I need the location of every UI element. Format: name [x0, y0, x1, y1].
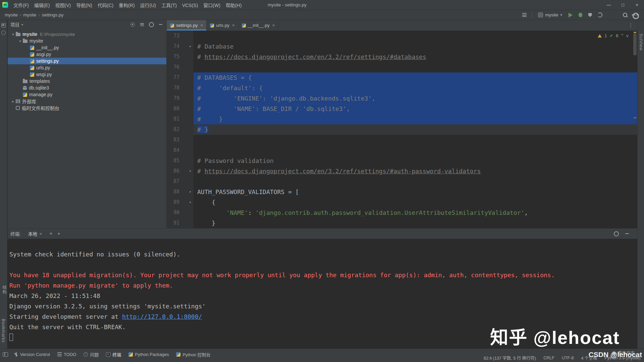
menu-item-2[interactable]: 视图(V)	[53, 2, 74, 9]
fold-icon[interactable]: ▾	[188, 187, 193, 197]
editor-tab-1[interactable]: urls.py×	[207, 20, 238, 31]
tool-windows-icon[interactable]	[521, 11, 528, 19]
menu-item-6[interactable]: 运行(U)	[138, 2, 159, 9]
breadcrumb-item-2[interactable]: settings.py	[41, 12, 65, 18]
menu-item-10[interactable]: 帮助(H)	[223, 2, 244, 9]
line-number[interactable]: 79	[167, 93, 194, 104]
menu-item-5[interactable]: 重构(R)	[116, 2, 137, 9]
tab-close-icon[interactable]: ×	[40, 231, 42, 236]
run-config-selector[interactable]: mysite ▾	[536, 12, 565, 18]
tree-item-7[interactable]: templates	[8, 78, 166, 84]
line-number[interactable]: 73	[167, 31, 194, 41]
line-number[interactable]: 90	[167, 207, 194, 218]
search-icon[interactable]	[622, 11, 629, 19]
editor-tab-0[interactable]: settings.py×	[167, 20, 207, 31]
code-editor[interactable]: 7374▾# Database75# https://docs.djangopr…	[167, 31, 637, 228]
chevron-down-icon[interactable]: ▾	[10, 33, 16, 36]
fold-icon[interactable]: ▾	[188, 166, 193, 176]
file-encoding[interactable]: UTF-8	[562, 356, 574, 360]
tree-item-10[interactable]: ▸外部库	[8, 98, 166, 105]
passed-count[interactable]: 6	[616, 33, 618, 38]
terminal-tab-local[interactable]: 本地 ×	[25, 229, 45, 239]
breadcrumb-item-0[interactable]: mysite	[3, 12, 19, 18]
menu-item-8[interactable]: VCS(S)	[179, 2, 201, 9]
locate-file-icon[interactable]	[129, 21, 136, 27]
favorites-tool-icon[interactable]	[1, 31, 6, 35]
line-number[interactable]: 91	[167, 218, 194, 228]
maximize-icon[interactable]: □	[616, 0, 630, 10]
fold-icon[interactable]: ▾	[188, 197, 193, 207]
menu-item-1[interactable]: 编辑(E)	[32, 2, 53, 9]
minimize-icon[interactable]: —	[602, 0, 616, 10]
more-tabs-icon[interactable]: ⋮	[628, 20, 637, 31]
tab-close-icon[interactable]: ×	[232, 23, 235, 28]
breadcrumb-item-1[interactable]: mysite	[22, 12, 38, 18]
statusbar-button-0[interactable]: Version Control	[10, 350, 54, 359]
scrollbar-thumb[interactable]	[633, 33, 637, 55]
close-icon[interactable]: ×	[630, 0, 644, 10]
line-number[interactable]: 82	[167, 124, 194, 135]
line-number[interactable]: 78	[167, 83, 194, 93]
statusbar-button-2[interactable]: 问题	[80, 350, 102, 359]
tool-window-switcher-icon[interactable]	[3, 352, 8, 357]
line-number[interactable]: 86▾	[167, 166, 194, 176]
run-button[interactable]	[567, 11, 574, 19]
line-number[interactable]: 85	[167, 156, 194, 166]
terminal-link[interactable]: http://127.0.0.1:8000/	[122, 313, 202, 320]
menu-item-0[interactable]: 文件(F)	[11, 2, 32, 9]
prev-problem-icon[interactable]: ^	[621, 34, 624, 38]
tab-close-icon[interactable]: ×	[272, 23, 275, 28]
gear-icon[interactable]	[613, 231, 619, 237]
line-number[interactable]: 76	[167, 62, 194, 72]
profiler-button[interactable]	[596, 11, 603, 19]
debug-button[interactable]	[577, 11, 584, 19]
statusbar-button-4[interactable]: Python Packages	[125, 350, 172, 359]
chevron-down-icon[interactable]: ▾	[57, 232, 61, 236]
warning-count[interactable]: 1	[604, 33, 607, 38]
chevron-down-icon[interactable]: ▾	[17, 39, 23, 43]
line-number[interactable]: 77	[167, 72, 194, 83]
menu-item-3[interactable]: 导航(N)	[73, 2, 95, 9]
chevron-right-icon[interactable]: ▸	[10, 100, 16, 103]
chevron-down-icon[interactable]: ▾	[21, 23, 23, 26]
line-number[interactable]: 83	[167, 135, 194, 145]
tab-close-icon[interactable]: ×	[201, 23, 203, 28]
tree-item-3[interactable]: asgi.py	[8, 51, 166, 58]
tree-item-9[interactable]: manage.py	[8, 91, 166, 98]
tree-item-6[interactable]: wsgi.py	[8, 71, 166, 78]
next-problem-icon[interactable]: v	[626, 34, 629, 38]
coverage-button[interactable]	[586, 11, 594, 19]
tree-item-8[interactable]: db.sqlite3	[8, 84, 166, 91]
tree-item-5[interactable]: urls.py	[8, 64, 166, 71]
menu-item-4[interactable]: 代码(C)	[95, 2, 116, 9]
tree-item-11[interactable]: 临时文件和控制台	[8, 105, 166, 111]
line-number[interactable]: 89▾	[167, 197, 194, 207]
line-number[interactable]: 74▾	[167, 41, 194, 52]
line-number[interactable]: 80	[167, 104, 194, 114]
line-separator[interactable]: CRLF	[543, 356, 554, 360]
menu-item-7[interactable]: 工具(T)	[159, 2, 179, 9]
hide-panel-icon[interactable]	[624, 231, 630, 237]
line-number[interactable]: 87	[167, 176, 194, 187]
new-terminal-icon[interactable]: +	[48, 231, 54, 237]
editor-tab-2[interactable]: __init__.py×	[238, 20, 279, 31]
menu-item-9[interactable]: 窗口(W)	[201, 2, 223, 9]
line-number[interactable]: 81	[167, 114, 194, 124]
tree-item-2[interactable]: __init__.py	[8, 44, 166, 51]
tree-item-1[interactable]: ▾mysite	[8, 38, 166, 44]
line-number[interactable]: 75	[167, 52, 194, 62]
settings-gear-icon[interactable]	[631, 11, 639, 19]
project-tool-icon[interactable]	[1, 23, 6, 27]
collapse-all-icon[interactable]	[139, 21, 145, 27]
statusbar-button-5[interactable]: Python 控制台	[172, 350, 214, 359]
line-number[interactable]: 84	[167, 145, 194, 156]
tree-item-4[interactable]: settings.py	[8, 58, 166, 64]
sciview-tool-button[interactable]: SciView	[639, 34, 643, 51]
bookmarks-tool-button[interactable]: Bookmarks	[1, 319, 6, 343]
statusbar-button-1[interactable]: TODO	[54, 350, 80, 359]
line-number[interactable]: 88▾	[167, 187, 194, 197]
statusbar-button-3[interactable]: 终端	[102, 350, 125, 359]
hide-panel-icon[interactable]	[158, 21, 164, 27]
caret-position[interactable]: 82:4 (137 字数, 5 行 换行符)	[484, 355, 536, 361]
tree-item-0[interactable]: ▾mysiteE:\Projects\mysite	[8, 31, 166, 38]
